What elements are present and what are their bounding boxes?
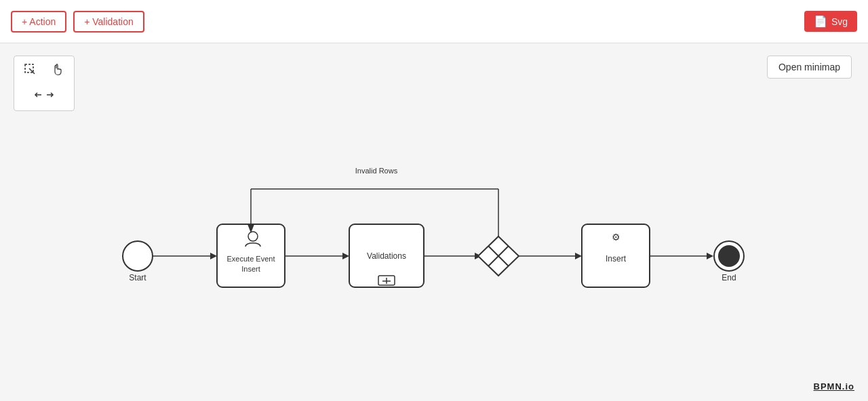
svg-text:Insert: Insert	[606, 254, 627, 263]
svg-marker-13	[342, 253, 349, 259]
start-label: Start	[129, 273, 146, 282]
svg-text:End: End	[722, 273, 736, 282]
svg-text:Invalid Rows: Invalid Rows	[355, 167, 398, 175]
top-bar: + Action + Validation 📄 Svg	[0, 0, 868, 43]
svg-point-37	[718, 245, 740, 267]
validation-button[interactable]: + Validation	[73, 11, 144, 33]
canvas-area: Open minimap Start Execute Event Insert …	[0, 43, 868, 401]
svg-text:⚙: ⚙	[612, 232, 620, 242]
action-button[interactable]: + Action	[11, 11, 66, 33]
svg-marker-35	[707, 253, 713, 259]
svg-marker-7	[210, 253, 217, 259]
svg-text:Insert: Insert	[241, 265, 260, 273]
file-icon: 📄	[814, 15, 827, 28]
bpmn-diagram: Start Execute Event Insert Validations I…	[0, 43, 868, 401]
svg-point-5	[123, 241, 153, 271]
svg-text:Execute Event: Execute Event	[227, 255, 275, 263]
svg-button[interactable]: 📄 Svg	[804, 11, 857, 32]
top-bar-left: + Action + Validation	[11, 11, 144, 33]
bpmn-brand: BPMN.io	[814, 381, 854, 392]
svg-marker-30	[575, 253, 582, 259]
svg-text:Validations: Validations	[367, 251, 406, 261]
